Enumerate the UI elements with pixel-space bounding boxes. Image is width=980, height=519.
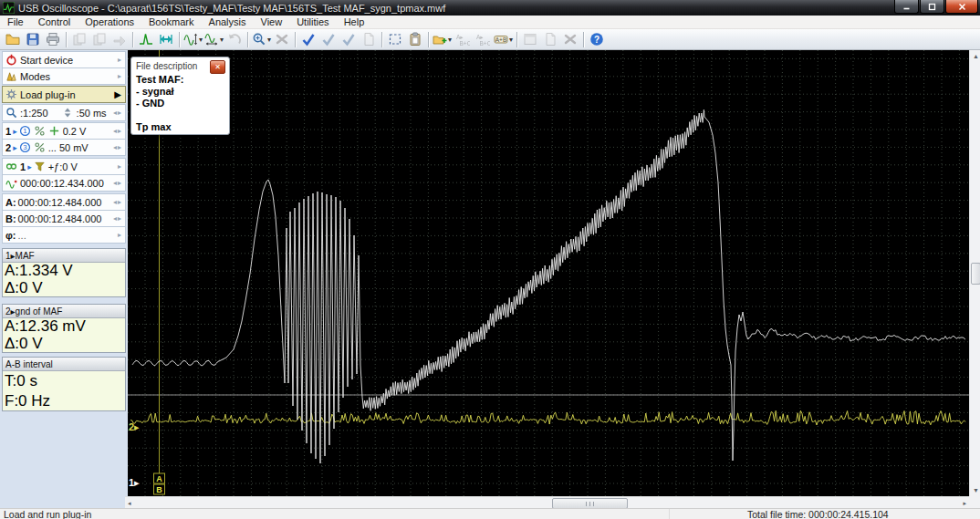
spin-arrows-icon[interactable]: ◂▸ bbox=[113, 179, 122, 187]
wavedot-icon bbox=[5, 177, 17, 189]
toolbar-delete-marker-button bbox=[273, 30, 291, 48]
maximize-button[interactable] bbox=[920, 0, 944, 14]
toolbar-window-1-button bbox=[521, 30, 539, 48]
toolbar-select-fragment-button[interactable] bbox=[386, 30, 404, 48]
setting-channel-2-settings[interactable]: 2▸3... 50 mV◂▸ bbox=[2, 139, 126, 156]
toolbar-marker-ab-badge-button[interactable]: A+B▾ bbox=[494, 30, 513, 48]
waveform-canvas: 2▸1▸AB bbox=[128, 50, 969, 496]
panel-ab-header: A-B interval bbox=[3, 358, 125, 371]
svg-text:A▸: A▸ bbox=[456, 34, 464, 40]
marker-ab-badge-icon: A+B bbox=[494, 32, 508, 47]
setting-trigger-settings[interactable]: 1▸+ƒ:0 V▸ bbox=[2, 158, 126, 175]
menu-bar: FileControlOperationsBookmarkAnalysisVie… bbox=[0, 16, 980, 29]
spin-arrows-icon[interactable]: ▸ bbox=[118, 231, 122, 239]
spin-arrows-icon[interactable]: ◂▸ bbox=[113, 198, 122, 206]
vertical-scroll-thumb[interactable] bbox=[971, 263, 980, 285]
horizontal-scale-icon bbox=[204, 32, 219, 47]
scroll-down-icon[interactable]: ▼ bbox=[973, 484, 979, 496]
menu-bookmark[interactable]: Bookmark bbox=[141, 16, 202, 28]
horizontal-cursors-icon bbox=[159, 32, 173, 47]
minimize-button[interactable] bbox=[894, 0, 919, 14]
panel-ch2: 2▸gnd of MAFA:12.36 mVΔ:0 V bbox=[2, 304, 126, 353]
marker-ab-2-icon: A▸B+C bbox=[475, 32, 490, 47]
menu-operations[interactable]: Operations bbox=[78, 16, 141, 28]
spin-arrows-icon[interactable]: ◂▸ bbox=[113, 127, 122, 135]
sidebar-item-modes[interactable]: Modes▸ bbox=[2, 67, 126, 85]
spin-arrows-icon[interactable]: ◂▸ bbox=[113, 109, 122, 117]
svg-text:3: 3 bbox=[23, 143, 27, 151]
toolbar-help-button[interactable]: ? bbox=[588, 30, 606, 48]
menu-help[interactable]: Help bbox=[337, 16, 372, 28]
setting-marker-a-time[interactable]: A:000:00:12.484.000◂▸ bbox=[2, 193, 126, 211]
setting-time-position[interactable]: 000:00:12.434.000◂▸ bbox=[2, 174, 126, 192]
menu-view[interactable]: View bbox=[254, 16, 290, 28]
menu-file[interactable]: File bbox=[0, 16, 31, 28]
toolbar-horizontal-cursors-button[interactable] bbox=[157, 30, 175, 48]
toolbar-print-button[interactable] bbox=[44, 30, 62, 48]
usb-oscilloscope-window: USB Oscilloscope - C:\aparat\156TS\Testy… bbox=[0, 0, 980, 519]
panel-ch1-value-1: Δ:0 V bbox=[3, 280, 125, 297]
modes-icon bbox=[5, 70, 17, 82]
verify-check-1-icon bbox=[321, 32, 336, 47]
toolbar-new-folder-button[interactable]: ▾ bbox=[433, 30, 452, 48]
window-1-icon bbox=[523, 32, 537, 47]
zoom-mode-icon bbox=[252, 32, 266, 47]
copy-screen-icon bbox=[72, 32, 87, 47]
toolbar-single-capture-button[interactable] bbox=[137, 30, 155, 48]
panel-ch2-value-1: Δ:0 V bbox=[3, 336, 125, 353]
toolbar-apply-check-button[interactable] bbox=[299, 30, 318, 48]
spin-arrows-icon[interactable]: ◂▸ bbox=[113, 214, 122, 223]
file-description-popup: File description ✕ Test MAF:- sygnał- GN… bbox=[130, 57, 230, 135]
verify-check-2-icon bbox=[341, 32, 356, 47]
menu-analysis[interactable]: Analysis bbox=[202, 16, 254, 28]
scroll-up-icon[interactable]: ▲ bbox=[973, 50, 979, 62]
toolbar-undo-button bbox=[225, 30, 244, 48]
window-close-icon bbox=[563, 32, 578, 47]
toolbar-separator bbox=[381, 32, 382, 47]
titlebar: USB Oscilloscope - C:\aparat\156TS\Testy… bbox=[0, 0, 980, 16]
spin-arrows-icon[interactable]: ▸ bbox=[118, 162, 122, 171]
setting-zoom-and-timebase[interactable]: :1:250:50 ms◂▸ bbox=[2, 104, 126, 121]
toolbar-verify-check-2-button[interactable] bbox=[339, 30, 358, 48]
toolbar-zoom-mode-button[interactable]: ▾ bbox=[252, 30, 271, 48]
toolbar-separator bbox=[516, 32, 517, 47]
horizontal-scrollbar[interactable]: ◂ ▸ bbox=[125, 496, 969, 508]
report-doc-icon bbox=[361, 32, 376, 47]
toolbar-vertical-scale-button[interactable]: ▾ bbox=[183, 30, 203, 48]
setting-marker-b-time[interactable]: B:000:00:12.484.000◂▸ bbox=[2, 210, 126, 227]
apply-check-icon bbox=[301, 32, 316, 47]
close-button[interactable] bbox=[945, 0, 978, 14]
svg-text:?: ? bbox=[594, 35, 599, 45]
setting-channel-1-settings[interactable]: 1▸10.2 V◂▸ bbox=[2, 122, 126, 140]
toolbar-horizontal-scale-button[interactable]: ▾ bbox=[204, 30, 224, 48]
open-file-icon bbox=[5, 32, 20, 47]
marker-ab-1-icon: A▸B+C bbox=[455, 32, 470, 47]
spin-arrows-icon[interactable]: ◂▸ bbox=[113, 143, 122, 151]
sidebar-item-load-plugin[interactable]: Load plug-in▶ bbox=[2, 86, 126, 103]
svg-text:B: B bbox=[156, 485, 162, 494]
select-fragment-icon bbox=[388, 32, 402, 47]
panel-ch2-value-0: A:12.36 mV bbox=[3, 318, 125, 336]
popup-body: Test MAF:- sygnał- GND Tp max bbox=[131, 73, 229, 134]
submenu-arrow-icon: ▸ bbox=[118, 72, 122, 80]
toolbar-save-file-button[interactable] bbox=[24, 30, 42, 48]
svg-text:1: 1 bbox=[23, 127, 26, 135]
vertical-scrollbar[interactable]: ▲ ▼ bbox=[969, 50, 980, 496]
toolbar-window-2-button bbox=[541, 30, 559, 48]
toolbar-open-file-button[interactable] bbox=[4, 30, 22, 48]
svg-text:A+B: A+B bbox=[495, 36, 506, 43]
toolbar-separator bbox=[179, 32, 180, 47]
single-capture-icon bbox=[139, 32, 153, 47]
toolbar-copy-clipboard-button[interactable] bbox=[406, 30, 424, 48]
undo-icon bbox=[227, 32, 242, 47]
toolbar-verify-check-1-button[interactable] bbox=[319, 30, 338, 48]
popup-close-icon[interactable]: ✕ bbox=[210, 60, 225, 74]
oscillogram-plot-area[interactable]: 2▸1▸AB File description ✕ Test MAF:- syg… bbox=[128, 50, 969, 496]
menu-utilities[interactable]: Utilities bbox=[289, 16, 336, 28]
toolbar-marker-ab-2-button: A▸B+C bbox=[474, 30, 492, 48]
toolbar-separator bbox=[247, 32, 248, 47]
window-title: USB Oscilloscope - C:\aparat\156TS\Testy… bbox=[18, 3, 445, 14]
sidebar-item-start-device[interactable]: Start device▸ bbox=[2, 51, 126, 68]
setting-phase[interactable]: φ:...▸ bbox=[2, 226, 126, 244]
menu-control[interactable]: Control bbox=[31, 16, 78, 28]
